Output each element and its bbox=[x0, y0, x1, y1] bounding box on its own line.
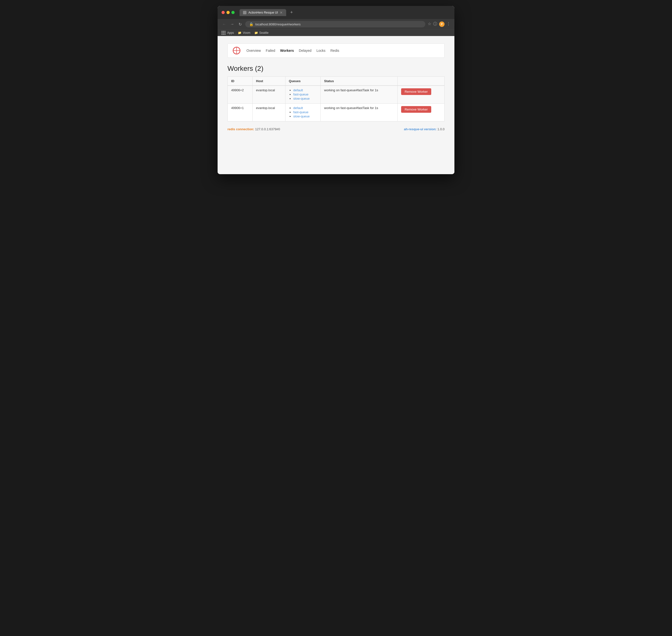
queue-link[interactable]: slow-queue bbox=[293, 97, 310, 100]
nav-overview[interactable]: Overview bbox=[246, 48, 261, 53]
nav-links: Overview Failed Workers Delayed Locks Re… bbox=[246, 48, 339, 53]
apps-label: Apps bbox=[227, 31, 234, 35]
col-header-queues: Queues bbox=[285, 77, 320, 86]
url-text: localhost:8080/resque#/workers bbox=[255, 22, 301, 26]
nav-delayed[interactable]: Delayed bbox=[299, 48, 311, 53]
worker-id: 49906+1 bbox=[228, 104, 253, 121]
address-actions: ☆ ⓘ P ⋮ bbox=[428, 21, 451, 27]
url-bar[interactable]: 🔒 localhost:8080/resque#/workers bbox=[245, 21, 425, 27]
active-tab[interactable]: ActionHero Resque UI ✕ bbox=[240, 9, 286, 16]
queue-link[interactable]: slow-queue bbox=[293, 115, 310, 118]
page-content: Overview Failed Workers Delayed Locks Re… bbox=[218, 36, 454, 174]
bookmarks-bar: Apps 📁 Voom 📁 Seattle bbox=[218, 29, 454, 36]
redis-value: 127.0.0.1:6379#0 bbox=[255, 127, 280, 131]
traffic-lights bbox=[221, 11, 235, 14]
address-bar: ← → ↻ 🔒 localhost:8080/resque#/workers ☆… bbox=[218, 19, 454, 29]
app-nav: Overview Failed Workers Delayed Locks Re… bbox=[228, 43, 444, 58]
worker-action-cell: Remove Worker bbox=[398, 86, 444, 104]
col-header-id: ID bbox=[228, 77, 253, 86]
table-row: 49906+1evantop.localdefaultfast-queueslo… bbox=[228, 104, 444, 121]
back-button[interactable]: ← bbox=[221, 22, 227, 26]
version-label: ah-resque-ui version: bbox=[404, 127, 436, 131]
close-button[interactable] bbox=[221, 11, 225, 14]
page-title: Workers (2) bbox=[228, 65, 444, 73]
browser-window: ActionHero Resque UI ✕ + ← → ↻ 🔒 localho… bbox=[218, 6, 454, 174]
worker-status: working on fast-queue#fastTask for 1s bbox=[320, 86, 397, 104]
worker-host: evantop.local bbox=[252, 104, 285, 121]
apps-bookmark[interactable]: Apps bbox=[221, 31, 234, 35]
nav-failed[interactable]: Failed bbox=[266, 48, 275, 53]
new-tab-button[interactable]: + bbox=[288, 9, 295, 16]
table-row: 49906+2evantop.localdefaultfast-queueslo… bbox=[228, 86, 444, 104]
col-header-action bbox=[398, 77, 444, 86]
queue-link[interactable]: default bbox=[293, 88, 303, 92]
worker-action-cell: Remove Worker bbox=[398, 104, 444, 121]
title-bar: ActionHero Resque UI ✕ + bbox=[218, 6, 454, 19]
queue-link[interactable]: default bbox=[293, 106, 303, 110]
remove-worker-button[interactable]: Remove Worker bbox=[401, 106, 431, 113]
tab-bar: ActionHero Resque UI ✕ + bbox=[240, 9, 451, 16]
redis-label: redis connection: bbox=[228, 127, 254, 131]
lock-icon: 🔒 bbox=[249, 22, 253, 26]
reload-button[interactable]: ↻ bbox=[237, 22, 243, 27]
app-logo bbox=[233, 47, 240, 55]
footer-version: ah-resque-ui version: 1.0.0 bbox=[404, 127, 444, 131]
maximize-button[interactable] bbox=[231, 11, 235, 14]
bookmark-seattle-label: Seattle bbox=[259, 31, 269, 35]
remove-worker-button[interactable]: Remove Worker bbox=[401, 88, 431, 95]
menu-icon[interactable]: ⋮ bbox=[447, 21, 451, 27]
worker-host: evantop.local bbox=[252, 86, 285, 104]
col-header-status: Status bbox=[320, 77, 397, 86]
bookmark-voom[interactable]: 📁 Voom bbox=[238, 31, 251, 35]
worker-queues: defaultfast-queueslow-queue bbox=[285, 86, 320, 104]
worker-queues: defaultfast-queueslow-queue bbox=[285, 104, 320, 121]
nav-workers[interactable]: Workers bbox=[280, 48, 294, 53]
worker-status: working on fast-queue#fastTask for 1s bbox=[320, 104, 397, 121]
page-footer: redis connection: 127.0.0.1:6379#0 ah-re… bbox=[228, 127, 444, 131]
queue-link[interactable]: fast-queue bbox=[293, 110, 309, 114]
queue-link[interactable]: fast-queue bbox=[293, 93, 309, 96]
forward-button[interactable]: → bbox=[230, 22, 235, 26]
tab-favicon bbox=[243, 11, 246, 14]
bookmark-voom-label: Voom bbox=[243, 31, 251, 35]
col-header-host: Host bbox=[252, 77, 285, 86]
apps-grid-icon bbox=[221, 31, 225, 35]
nav-locks[interactable]: Locks bbox=[317, 48, 325, 53]
worker-id: 49906+2 bbox=[228, 86, 253, 104]
bookmark-seattle[interactable]: 📁 Seattle bbox=[254, 31, 269, 35]
info-icon[interactable]: ⓘ bbox=[433, 21, 437, 27]
nav-redis[interactable]: Redis bbox=[330, 48, 339, 53]
star-icon[interactable]: ☆ bbox=[428, 21, 431, 27]
table-header-row: ID Host Queues Status bbox=[228, 77, 444, 86]
minimize-button[interactable] bbox=[226, 11, 230, 14]
folder-icon: 📁 bbox=[238, 31, 241, 35]
avatar[interactable]: P bbox=[439, 21, 444, 27]
tab-title: ActionHero Resque UI bbox=[249, 11, 278, 14]
footer-redis: redis connection: 127.0.0.1:6379#0 bbox=[228, 127, 280, 131]
version-value: 1.0.0 bbox=[437, 127, 444, 131]
tab-close-button[interactable]: ✕ bbox=[280, 11, 283, 15]
folder-icon-2: 📁 bbox=[254, 31, 258, 35]
workers-table: ID Host Queues Status 49906+2evantop.loc… bbox=[228, 77, 444, 121]
